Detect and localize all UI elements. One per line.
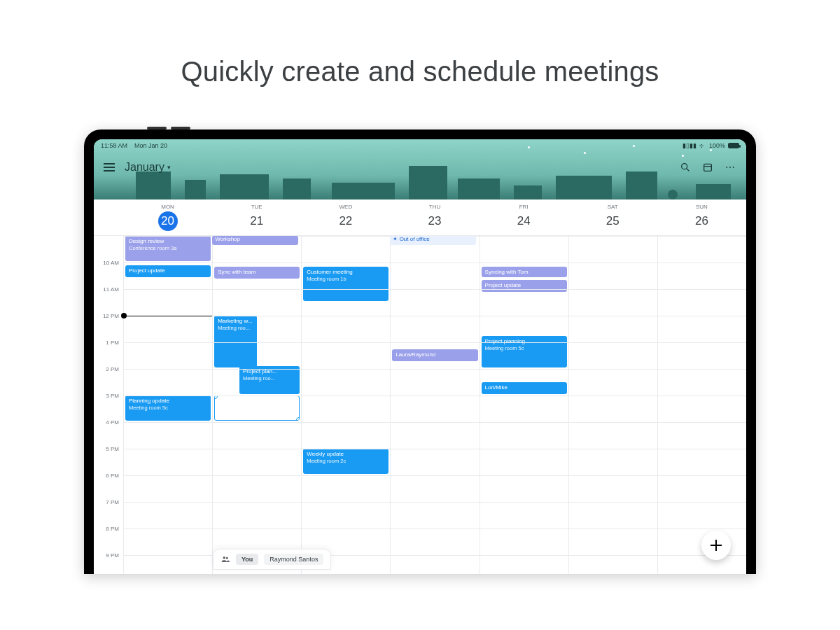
time-label: 6 PM (106, 472, 119, 479)
day-column[interactable] (568, 236, 657, 574)
day-column[interactable]: Customer meetingMeeting room 1bWeekly up… (301, 236, 390, 574)
calendar-event[interactable]: Weekly updateMeeting room 2c (303, 449, 388, 474)
day-of-week: WED (301, 204, 390, 210)
event-title: Planning update (129, 398, 207, 405)
day-header[interactable]: MON20 (123, 200, 212, 235)
day-of-week: MON (123, 204, 212, 210)
time-label: 8 PM (106, 526, 119, 532)
event-title: Project planning (485, 338, 564, 345)
event-subtitle: Meeting roo... (218, 325, 253, 331)
day-of-week: THU (390, 204, 479, 210)
day-column[interactable]: Laura/Raymond (390, 236, 479, 574)
event-title: Marketing w... (218, 318, 253, 325)
status-date: Mon Jan 20 (134, 142, 167, 149)
calendar-event[interactable]: Planning updateMeeting room 5c (125, 396, 211, 421)
day-number: 21 (212, 211, 301, 231)
day-header[interactable]: SUN26 (657, 200, 746, 235)
day-column[interactable] (657, 236, 746, 574)
all-day-event[interactable]: ✦ Out of office (390, 236, 476, 245)
calendar-event[interactable]: Lori/Mike (482, 382, 567, 394)
day-column[interactable]: Sync with teamMarketing w...Meeting roo.… (212, 236, 301, 574)
event-title: Project update (129, 267, 207, 274)
event-title: Syncing with Tom (485, 269, 564, 276)
people-icon (220, 554, 230, 564)
day-columns[interactable]: Design reviewConference room 3aProject u… (123, 236, 746, 574)
event-subtitle: Meeting roo... (243, 375, 296, 382)
create-event-fab[interactable] (701, 531, 731, 560)
day-header[interactable]: FRI24 (479, 200, 568, 235)
menu-icon[interactable] (104, 163, 115, 172)
svg-rect-2 (704, 164, 712, 171)
now-indicator-dot (121, 313, 127, 318)
calendar-event[interactable]: Project plan...Meeting roo... (239, 366, 300, 394)
day-header[interactable]: SAT25 (568, 200, 657, 235)
time-label: 10 AM (103, 260, 119, 266)
wifi-icon: ᯤ (699, 142, 706, 150)
tablet-frame: 11:58 AM Mon Jan 20 ▮▯▮▮ ᯤ 100% January (84, 130, 756, 574)
status-time: 11:58 AM (101, 142, 127, 149)
attendee-chip-other[interactable]: Raymond Santos (264, 554, 323, 565)
day-number: 26 (657, 211, 746, 231)
calendar-event[interactable]: Project update (482, 280, 567, 292)
day-number: 24 (479, 211, 568, 231)
svg-point-5 (226, 557, 228, 559)
day-number: 20 (158, 211, 178, 231)
now-indicator-line (123, 316, 212, 316)
day-header[interactable]: TUE21 (212, 200, 301, 235)
day-number: 22 (301, 211, 390, 231)
app-bar: January ⋯ (94, 153, 746, 181)
calendar-event[interactable] (214, 396, 300, 421)
event-title: Lori/Mike (485, 384, 564, 391)
calendar-event[interactable]: Project planningMeeting room 5c (482, 336, 567, 368)
attendee-chip-you[interactable]: You (236, 554, 258, 565)
event-title: Laura/Raymond (396, 351, 474, 358)
time-gutter: 10 AM11 AM12 PM1 PM2 PM3 PM4 PM5 PM6 PM7… (94, 236, 123, 574)
calendar-event[interactable]: Laura/Raymond (392, 349, 477, 361)
day-column[interactable]: Syncing with TomProject updateProject pl… (479, 236, 568, 574)
svg-point-0 (682, 164, 687, 169)
day-of-week: SUN (657, 204, 746, 210)
calendar-grid[interactable]: 10 AM11 AM12 PM1 PM2 PM3 PM4 PM5 PM6 PM7… (94, 236, 746, 574)
day-header[interactable]: WED22 (301, 200, 390, 235)
day-column[interactable]: Design reviewConference room 3aProject u… (123, 236, 212, 574)
plus-icon (710, 540, 722, 551)
calendar-event[interactable]: Customer meetingMeeting room 1b (303, 267, 388, 301)
time-label: 4 PM (106, 419, 119, 426)
event-subtitle: Meeting room 5c (129, 405, 207, 411)
day-of-week: TUE (212, 204, 301, 210)
day-header[interactable]: THU23 (390, 200, 479, 235)
time-label: 1 PM (106, 340, 119, 346)
battery-icon (728, 143, 739, 148)
time-label: 2 PM (106, 366, 119, 372)
day-of-week: FRI (479, 204, 568, 210)
tablet-hw-buttons (147, 127, 190, 130)
calendar-event[interactable]: Marketing w...Meeting roo... (214, 316, 257, 368)
time-label: 7 PM (106, 499, 119, 505)
time-label: 9 PM (106, 552, 119, 559)
more-icon[interactable]: ⋯ (724, 161, 736, 174)
day-of-week: SAT (568, 204, 657, 210)
event-subtitle: Meeting room 2c (307, 458, 385, 464)
search-icon[interactable] (679, 161, 692, 174)
day-number: 23 (390, 211, 479, 231)
signal-icon: ▮▯▮▮ (682, 142, 696, 149)
event-title: Weekly update (307, 451, 385, 458)
battery-pct: 100% (709, 142, 725, 149)
status-bar: 11:58 AM Mon Jan 20 ▮▯▮▮ ᯤ 100% (94, 139, 746, 152)
calendar-event[interactable]: Sync with team (214, 267, 300, 279)
calendar-event[interactable]: Project update (125, 265, 211, 277)
month-selector[interactable]: January (125, 161, 171, 174)
event-title: Customer meeting (307, 269, 385, 276)
day-header-row: MON20TUE21WED22THU23FRI24SAT25SUN26 (94, 200, 746, 236)
attendee-strip: You Raymond Santos (213, 549, 331, 570)
screen: 11:58 AM Mon Jan 20 ▮▯▮▮ ᯤ 100% January (94, 139, 746, 574)
all-day-row: Workshop✦ Out of office (123, 236, 746, 246)
day-number: 25 (568, 211, 657, 231)
time-label: 3 PM (106, 393, 119, 399)
calendar-event[interactable]: Syncing with Tom (482, 267, 567, 277)
time-label: 11 AM (103, 286, 119, 293)
today-icon[interactable] (701, 161, 714, 174)
event-title: Project update (485, 282, 564, 289)
header-illustration: 11:58 AM Mon Jan 20 ▮▯▮▮ ᯤ 100% January (94, 139, 746, 200)
all-day-event[interactable]: Workshop (212, 236, 298, 245)
